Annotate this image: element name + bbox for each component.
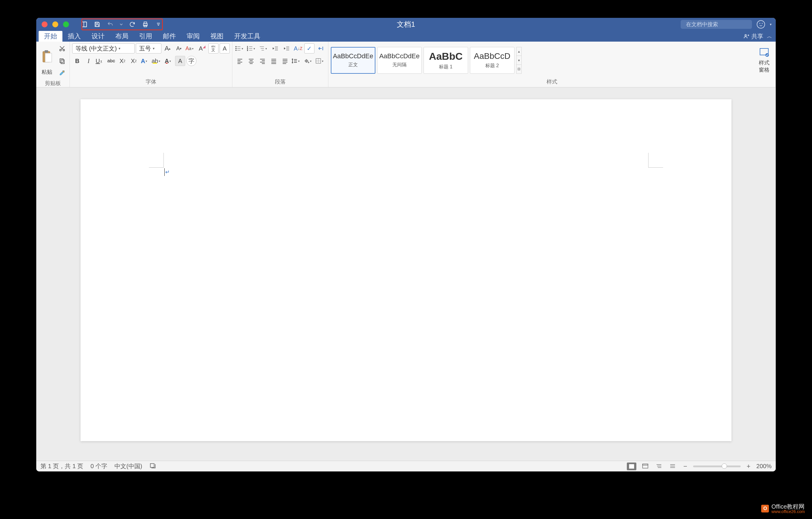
status-page[interactable]: 第 1 页，共 1 页	[40, 462, 83, 470]
paragraph-mark-icon: ↵	[165, 169, 170, 175]
show-paragraph-button[interactable]	[316, 44, 326, 54]
repeat-icon[interactable]	[128, 21, 136, 28]
undo-icon[interactable]	[107, 21, 114, 28]
collapse-ribbon-icon[interactable]: ︿	[767, 33, 772, 40]
italic-button[interactable]: I	[84, 56, 94, 66]
underline-button[interactable]: U▾	[95, 56, 105, 66]
clear-formatting-button[interactable]: A◢	[197, 44, 207, 54]
zoom-level[interactable]: 200%	[756, 463, 772, 470]
group-clipboard: 粘贴 剪贴板	[36, 41, 70, 87]
zoom-slider[interactable]	[693, 465, 741, 467]
align-right-button[interactable]	[257, 56, 267, 66]
svg-text:3: 3	[247, 49, 248, 51]
text-effects-button[interactable]: A▾	[140, 56, 150, 66]
document-page[interactable]: ↵	[81, 99, 731, 441]
align-left-button[interactable]	[235, 56, 245, 66]
borders-button[interactable]: ▾	[315, 56, 326, 66]
view-print-layout-button[interactable]	[627, 463, 636, 470]
numbering-button[interactable]: 123▾	[247, 44, 257, 54]
zoom-in-button[interactable]: +	[745, 463, 752, 470]
tab-mailings[interactable]: 邮件	[157, 31, 181, 41]
tab-design[interactable]: 设计	[86, 31, 110, 41]
share-button[interactable]: 共享	[744, 32, 763, 40]
line-spacing-button[interactable]: ▾	[291, 56, 302, 66]
align-justify-button[interactable]	[269, 56, 279, 66]
styles-scroll-up[interactable]: ▴	[517, 47, 521, 56]
highlight-button[interactable]: ab▾	[151, 56, 163, 66]
grow-font-button[interactable]: A▴	[163, 44, 173, 54]
view-draft-button[interactable]	[668, 463, 677, 470]
bullets-icon	[235, 46, 241, 51]
svg-point-23	[308, 62, 309, 63]
margin-corner-tl	[149, 153, 164, 168]
show-marks-button[interactable]: ✓	[304, 44, 315, 54]
tab-view[interactable]: 视图	[205, 31, 229, 41]
view-outline-button[interactable]	[654, 463, 664, 470]
enclose-char-button[interactable]: 字	[186, 56, 197, 66]
status-macro-icon[interactable]	[149, 462, 156, 470]
sort-button[interactable]: A↓Z	[293, 44, 303, 54]
format-painter-button[interactable]	[57, 68, 67, 79]
char-border-button[interactable]: A	[220, 44, 230, 54]
font-color-button[interactable]: A▾	[164, 56, 174, 66]
shading-button[interactable]: ▾	[303, 56, 314, 66]
document-title: 文档1	[397, 20, 415, 29]
tab-references[interactable]: 引用	[134, 31, 157, 41]
cut-button[interactable]	[57, 44, 67, 54]
maximize-window-button[interactable]	[63, 21, 69, 27]
status-words[interactable]: 0 个字	[90, 462, 107, 470]
feedback-icon[interactable]	[757, 20, 765, 29]
save-icon[interactable]	[93, 21, 101, 28]
zoom-out-button[interactable]: −	[682, 463, 689, 470]
style-heading2[interactable]: AaBbCcD标题 2	[470, 47, 515, 74]
styles-scroll-down[interactable]: ▾	[517, 56, 521, 65]
group-clipboard-label: 剪贴板	[39, 79, 67, 89]
change-case-button[interactable]: Aa▾	[185, 44, 196, 54]
subscript-button[interactable]: X2	[117, 56, 127, 66]
svg-rect-29	[643, 464, 648, 468]
font-size-combo[interactable]: 五号▾	[136, 44, 162, 54]
superscript-button[interactable]: X2	[129, 56, 139, 66]
styles-expand[interactable]: ⊟	[517, 65, 521, 74]
style-normal[interactable]: AaBbCcDdEe正文	[331, 47, 375, 74]
bold-button[interactable]: B	[72, 56, 82, 66]
bucket-icon	[303, 58, 310, 64]
customize-qat-icon[interactable]	[154, 21, 162, 28]
style-no-spacing[interactable]: AaBbCcDdEe无间隔	[377, 47, 422, 74]
close-window-button[interactable]	[41, 21, 48, 27]
multilevel-list-button[interactable]: ▾	[259, 44, 269, 54]
font-name-combo[interactable]: 等线 (中文正文)▾	[72, 44, 135, 54]
paste-button[interactable]	[39, 47, 55, 67]
style-heading1[interactable]: AaBbC标题 1	[424, 47, 468, 74]
quick-access-toolbar	[80, 21, 162, 28]
feedback-dropdown-icon[interactable]: ▾	[770, 22, 772, 26]
zoom-slider-thumb[interactable]	[722, 463, 727, 469]
print-icon[interactable]	[142, 21, 149, 28]
paste-label: 粘贴	[41, 68, 52, 76]
search-input[interactable]	[686, 21, 755, 28]
document-area[interactable]: ↵	[36, 87, 776, 461]
tab-review[interactable]: 审阅	[181, 31, 205, 41]
phonetic-guide-button[interactable]: abc文	[208, 44, 219, 54]
decrease-indent-button[interactable]	[270, 44, 281, 54]
minimize-window-button[interactable]	[52, 21, 58, 27]
tab-developer[interactable]: 开发工具	[229, 31, 266, 41]
tab-home[interactable]: 开始	[39, 31, 62, 41]
shrink-font-button[interactable]: A▾	[174, 44, 184, 54]
search-box[interactable]	[680, 20, 752, 29]
strikethrough-button[interactable]: abc	[106, 56, 116, 66]
tab-layout[interactable]: 布局	[110, 31, 134, 41]
increase-indent-button[interactable]	[282, 44, 292, 54]
bullets-button[interactable]: ▾	[235, 44, 245, 54]
char-shading-button[interactable]: A	[175, 56, 185, 66]
copy-button[interactable]	[57, 56, 67, 66]
autosave-toggle-icon[interactable]	[80, 21, 88, 28]
distribute-button[interactable]	[280, 56, 290, 66]
undo-dropdown-icon[interactable]	[119, 21, 123, 28]
tab-insert[interactable]: 插入	[62, 31, 86, 41]
status-language[interactable]: 中文(中国)	[114, 462, 142, 470]
styles-pane-button[interactable]: 样式 窗格	[755, 47, 773, 74]
view-web-layout-button[interactable]	[640, 463, 650, 470]
align-center-button[interactable]	[246, 56, 256, 66]
svg-rect-27	[150, 464, 154, 468]
